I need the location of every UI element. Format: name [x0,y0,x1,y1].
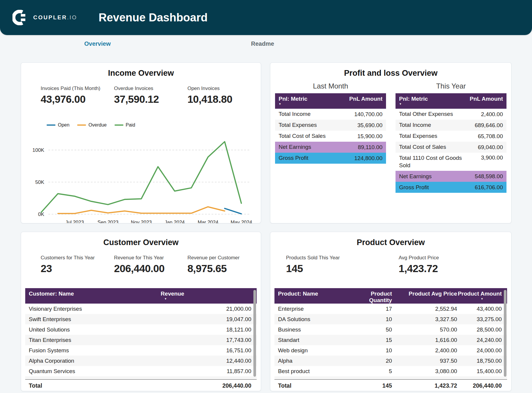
column-header-product-quantity[interactable]: Product Quantity [355,288,392,304]
pnl-amount: 69,040.00 [468,144,506,151]
product-quantity: 10 [355,347,392,354]
customer-row[interactable]: United Solutions 18,121.00 [25,324,257,335]
pnl-metric: Total Cost of Sales [275,132,347,140]
product-row[interactable]: Standart 15 1,616.00 24,240.00 [274,335,507,345]
x-axis-tick: Mar 2024 [198,220,218,223]
kpi-value: 8,975.65 [188,263,261,274]
column-header-revenue[interactable]: Revenue ▼ [161,288,257,304]
pnl-row[interactable]: Total Income 140,700.00 [275,109,386,120]
product-name: Standart [274,337,355,343]
kpi-label: Invoices Paid (This Month) [41,86,114,91]
customer-row[interactable]: Visionary Enterprises 21,000.00 [25,304,257,314]
series-line-overdue [58,207,225,214]
legend-item-open[interactable]: Open [47,122,69,128]
total-amount: 206,440.00 [457,382,507,389]
legend-item-paid[interactable]: Paid [115,122,135,128]
pnl-amount: 65,708.00 [468,133,506,140]
total-quantity: 145 [355,382,392,389]
pnl-row[interactable]: Total Income 689,646.00 [396,120,506,131]
column-header-pnl-metric[interactable]: Pnl: Metric▼ [275,93,343,109]
kpi-label: Customers for This Year [41,255,114,261]
product-name: Best product [274,368,355,375]
column-header-pnl-metric[interactable]: Pnl: Metric▼ [396,93,463,109]
pnl-row[interactable]: Net Earnings 548,598.00 [396,171,506,182]
pnl-metric: Total Income [275,111,347,118]
product-avg-price: 3,327.50 [392,316,457,323]
pnl-row[interactable]: Total Cost of Sales 15,900.00 [275,131,386,142]
pnl-metric: Total Expenses [275,121,347,129]
column-header-product-avg-price[interactable]: Product Avg Price [392,288,457,304]
column-header-pnl-amount[interactable]: PnL Amount [343,93,386,109]
pnl-metric: Total Income [396,121,468,129]
column-header-customer-name[interactable]: Customer: Name [25,288,161,304]
tab-readme[interactable]: Readme [251,40,274,47]
product-row[interactable]: Enterprise 17 2,552.94 43,400.00 [274,304,507,314]
kpi-value: 43,976.00 [41,93,114,105]
pnl-table-header: Pnl: Metric▼ PnL Amount [396,93,506,109]
card-title: Profit and loss Overview [270,69,511,78]
column-header-product-amount[interactable]: Product Amount ▼ [457,288,507,304]
income-kpi-row: Invoices Paid (This Month) 43,976.00 Ove… [21,86,261,105]
product-avg-price: 937.50 [392,358,457,364]
income-overview-card: Income Overview Invoices Paid (This Mont… [21,62,261,223]
product-quantity: 50 [355,326,392,333]
pnl-row[interactable]: Total 1110 Cost of Goods Sold 3,900.00 [396,153,506,171]
legend-label: Overdue [88,122,107,128]
customer-revenue: 16,751.00 [161,347,257,354]
kpi-label: Open Invoices [188,86,261,91]
product-table-scrollbar[interactable] [504,290,506,377]
customer-revenue: 11,857.00 [161,368,257,375]
card-title: Income Overview [21,69,261,78]
legend-line-swatch [115,124,123,126]
pnl-row[interactable]: Total Expenses 65,708.00 [396,131,506,142]
pnl-amount: 3,900.00 [468,153,506,161]
column-header-pnl-amount[interactable]: PnL Amount [463,93,506,109]
product-amount: 28,500.00 [457,326,507,333]
customer-name: Fusion Systems [25,347,161,354]
kpi-label: Revenue for This Year [114,255,187,261]
kpi: Revenue per Customer 8,975.65 [188,255,261,274]
product-row[interactable]: Best product 5 3,080.00 15,400.00 [274,366,507,376]
kpi: Products Sold This Year 145 [286,255,399,274]
tab-overview[interactable]: Overview [84,40,111,47]
pnl-row[interactable]: Net Earnings 89,110.00 [275,142,386,153]
pnl-metric: Total 1110 Cost of Goods Sold [396,153,468,171]
customer-row[interactable]: Fusion Systems 16,751.00 [25,345,257,356]
product-table: Product: Name Product Quantity Product A… [274,288,507,391]
customer-table-header: Customer: Name Revenue ▼ [25,288,257,304]
x-axis-tick: Nov 2023 [131,220,152,223]
pnl-amount: 548,598.00 [468,173,506,180]
customer-table-scrollbar[interactable] [253,290,256,377]
kpi-value: 145 [286,263,399,274]
customer-revenue: 19,047.00 [161,316,257,323]
pnl-subtitle: Last Month [275,82,386,90]
brand-name: COUPLER.IO [33,14,77,21]
income-line-chart: 0K50K100KJul 2023Sep 2023Nov 2023Jan 202… [21,130,261,223]
product-name: Alpha [274,358,355,364]
product-row[interactable]: DA Solutions 10 3,327.50 33,275.00 [274,314,507,324]
product-rows: Enterprise 17 2,552.94 43,400.00 DA Solu… [274,304,507,376]
legend-label: Open [58,122,69,128]
pnl-row[interactable]: Total Cost of Sales 69,040.00 [396,142,506,153]
customer-row[interactable]: Quantum Services 11,857.00 [25,366,257,376]
total-value: 206,440.00 [161,382,257,389]
product-amount: 43,400.00 [457,306,507,312]
column-header-product-name[interactable]: Product: Name [274,288,355,304]
product-row[interactable]: Alpha 20 937.50 18,750.00 [274,356,507,366]
customer-row[interactable]: Alpha Corporation 12,440.00 [25,356,257,366]
pnl-row[interactable]: Gross Profit 124,800.00 [275,153,386,164]
x-axis-tick: Jul 2023 [65,220,84,223]
customer-name: Quantum Services [25,368,161,375]
product-row[interactable]: Business 50 570.00 28,500.00 [274,324,507,335]
customer-row[interactable]: Swift Enterprises 19,047.00 [25,314,257,324]
pnl-row[interactable]: Total Expenses 35,690.00 [275,120,386,131]
kpi: Avg Product Price 1,423.72 [399,255,512,274]
product-quantity: 20 [355,358,392,364]
product-row[interactable]: Web design 10 2,400.00 24,000.00 [274,345,507,356]
pnl-row[interactable]: Total Other Expenses 2,400.00 [396,109,506,120]
legend-item-overdue[interactable]: Overdue [77,122,107,128]
customer-row[interactable]: Titan Enterprises 17,743.00 [25,335,257,345]
x-axis-tick: Jan 2024 [165,220,185,223]
pnl-row[interactable]: Gross Profit 616,706.00 [396,182,506,193]
customer-overview-card: Customer Overview Customers for This Yea… [21,232,261,391]
